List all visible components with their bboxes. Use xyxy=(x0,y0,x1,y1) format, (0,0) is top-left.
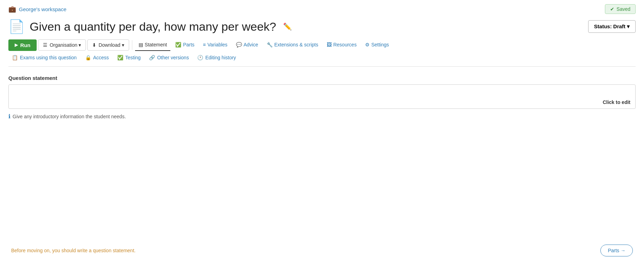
question-statement-label: Question statement xyxy=(8,75,636,81)
download-dropdown-button[interactable]: ⬇ Download ▾ xyxy=(87,39,129,51)
tab-resources[interactable]: 🖼 Resources xyxy=(323,39,360,51)
subnav-testing[interactable]: ✅ Testing xyxy=(114,52,144,63)
run-label: Run xyxy=(20,42,30,48)
exams-label: Exams using this question xyxy=(20,55,77,60)
tab-settings[interactable]: ⚙ Settings xyxy=(362,39,393,51)
organisation-dropdown-button[interactable]: ☰ Organisation ▾ xyxy=(38,39,86,51)
extensions-label: Extensions & scripts xyxy=(274,42,318,47)
page-title: Given a quantity per day, how many per w… xyxy=(30,20,276,33)
info-icon: ℹ xyxy=(8,113,10,120)
access-label: Access xyxy=(93,55,109,60)
download-icon: ⬇ xyxy=(92,42,96,48)
editing-history-icon: 🕐 xyxy=(197,55,203,60)
variables-icon: ≡ xyxy=(203,42,206,47)
other-versions-label: Other versions xyxy=(157,55,189,60)
title-row: 📄 Given a quantity per day, how many per… xyxy=(0,16,644,39)
tab-statement[interactable]: ▤ Statement xyxy=(135,39,171,51)
parts-icon: ✅ xyxy=(175,42,181,47)
checkmark-icon: ✔ xyxy=(610,6,614,12)
statement-label: Statement xyxy=(145,42,167,47)
subnav: 📋 Exams using this question 🔒 Access ✅ T… xyxy=(0,52,644,63)
advice-icon: 💬 xyxy=(236,42,242,47)
exams-icon: 📋 xyxy=(12,55,18,60)
workspace-label: George's workspace xyxy=(19,6,66,12)
document-icon: 📄 xyxy=(8,19,25,34)
resources-icon: 🖼 xyxy=(327,42,332,47)
hint-content: Give any introductory information the st… xyxy=(13,114,126,119)
tab-advice[interactable]: 💬 Advice xyxy=(232,39,262,51)
editing-history-label: Editing history xyxy=(205,55,236,60)
title-left: 📄 Given a quantity per day, how many per… xyxy=(8,19,292,34)
testing-icon: ✅ xyxy=(117,55,123,60)
tab-parts[interactable]: ✅ Parts xyxy=(172,39,198,51)
saved-badge: ✔ Saved xyxy=(605,4,636,14)
run-button[interactable]: ▶ Run xyxy=(8,39,37,51)
toolbar: ▶ Run ☰ Organisation ▾ ⬇ Download ▾ ▤ St… xyxy=(0,39,644,51)
status-dropdown-button[interactable]: Status: Draft ▾ xyxy=(588,20,636,33)
subnav-exams[interactable]: 📋 Exams using this question xyxy=(8,52,80,63)
top-bar: 💼 George's workspace ✔ Saved xyxy=(0,0,644,16)
click-to-edit-hint: Click to edit xyxy=(603,99,630,105)
settings-label: Settings xyxy=(371,42,389,47)
other-versions-icon: 🔗 xyxy=(149,55,155,60)
settings-icon: ⚙ xyxy=(365,42,370,47)
testing-label: Testing xyxy=(125,55,141,60)
hint-text: ℹ Give any introductory information the … xyxy=(8,113,636,120)
parts-label: Parts xyxy=(183,42,194,47)
organisation-label: Organisation ▾ xyxy=(50,42,81,48)
question-statement-editor[interactable]: Click to edit xyxy=(8,84,636,109)
advice-label: Advice xyxy=(244,42,258,47)
tab-variables[interactable]: ≡ Variables xyxy=(199,39,231,51)
subnav-editing-history[interactable]: 🕐 Editing history xyxy=(194,52,239,63)
download-label: Download ▾ xyxy=(98,42,124,48)
access-icon: 🔒 xyxy=(85,55,91,60)
toolbar-separator xyxy=(132,40,132,50)
resources-label: Resources xyxy=(333,42,357,47)
edit-title-icon[interactable]: ✏️ xyxy=(283,22,292,31)
briefcase-icon: 💼 xyxy=(8,5,16,13)
main-content: Question statement Click to edit ℹ Give … xyxy=(0,67,644,120)
statement-icon: ▤ xyxy=(139,42,143,47)
play-icon: ▶ xyxy=(15,43,18,47)
organisation-icon: ☰ xyxy=(43,42,47,48)
saved-label: Saved xyxy=(616,6,630,12)
subnav-other-versions[interactable]: 🔗 Other versions xyxy=(146,52,192,63)
tab-extensions[interactable]: 🔧 Extensions & scripts xyxy=(263,39,322,51)
variables-label: Variables xyxy=(207,42,227,47)
extensions-icon: 🔧 xyxy=(267,42,273,47)
workspace-link[interactable]: 💼 George's workspace xyxy=(8,5,66,13)
subnav-access[interactable]: 🔒 Access xyxy=(82,52,112,63)
